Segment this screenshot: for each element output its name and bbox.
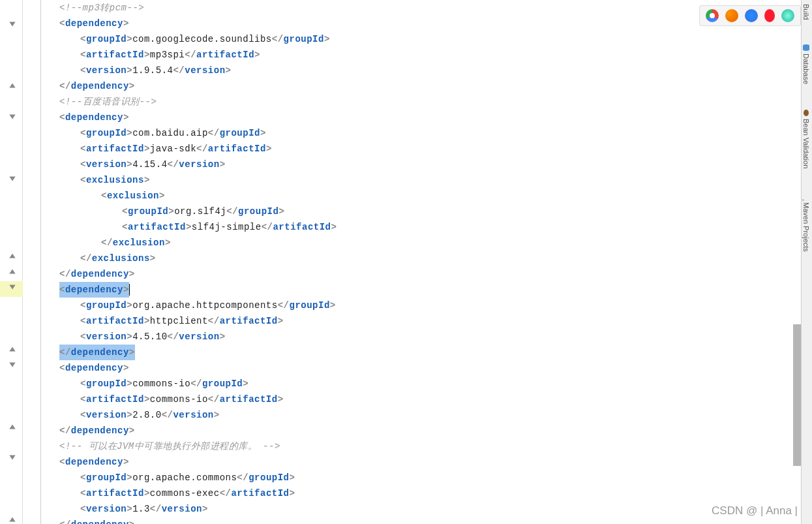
sidebar-tab-bean-validation[interactable]: Bean Validation: [802, 105, 811, 172]
sidebar-tab-database[interactable]: Database: [802, 40, 811, 88]
fold-marker[interactable]: [8, 251, 17, 260]
xml-comment: <!-- 可以在JVM中可靠地执行外部进程的库。 -->: [59, 441, 280, 452]
safari-icon[interactable]: [745, 9, 758, 22]
code-area[interactable]: <!--mp3转pcm--> <dependency> <groupId>com…: [41, 0, 801, 524]
sidebar-tab-maven[interactable]: mMaven Projects: [802, 189, 811, 256]
other-browser-icon[interactable]: [781, 9, 794, 22]
fold-marker[interactable]: [8, 20, 17, 29]
maven-icon: m: [802, 193, 810, 200]
xml-comment: <!--mp3转pcm-->: [59, 3, 144, 13]
fold-marker[interactable]: [8, 283, 17, 292]
fold-marker[interactable]: [8, 360, 17, 369]
firefox-icon[interactable]: [725, 9, 738, 22]
svg-point-1: [804, 110, 809, 116]
fold-marker[interactable]: [8, 81, 17, 90]
fold-marker[interactable]: [8, 515, 17, 524]
svg-text:m: m: [802, 199, 807, 200]
browser-icons-toolbar: [699, 5, 801, 26]
selection-close-tag: </dependency>: [59, 345, 135, 360]
watermark: CSDN @ | Anna |: [712, 504, 798, 517]
vertical-scrollbar-thumb[interactable]: [793, 324, 801, 466]
chrome-icon[interactable]: [706, 9, 719, 22]
gutter: [0, 0, 23, 524]
fold-marker[interactable]: [8, 345, 17, 354]
database-icon: [802, 44, 810, 52]
divider: [23, 0, 41, 524]
opera-icon[interactable]: [764, 9, 775, 22]
fold-marker[interactable]: [8, 422, 17, 431]
fold-marker[interactable]: [8, 267, 17, 276]
selection-open-tag: <dependency>: [59, 282, 129, 298]
sidebar-tab-build[interactable]: Build: [802, 0, 811, 23]
fold-marker[interactable]: [8, 174, 17, 183]
bean-icon: [802, 109, 810, 117]
right-sidebar: Build Database Bean Validation mMaven Pr…: [801, 0, 812, 524]
fold-marker[interactable]: [8, 453, 17, 462]
xml-comment: <!--百度语音识别-->: [59, 97, 157, 107]
text-cursor: [129, 284, 130, 296]
fold-marker[interactable]: [8, 112, 17, 121]
current-line-highlight: [41, 282, 801, 298]
editor-area: <!--mp3转pcm--> <dependency> <groupId>com…: [0, 0, 801, 524]
